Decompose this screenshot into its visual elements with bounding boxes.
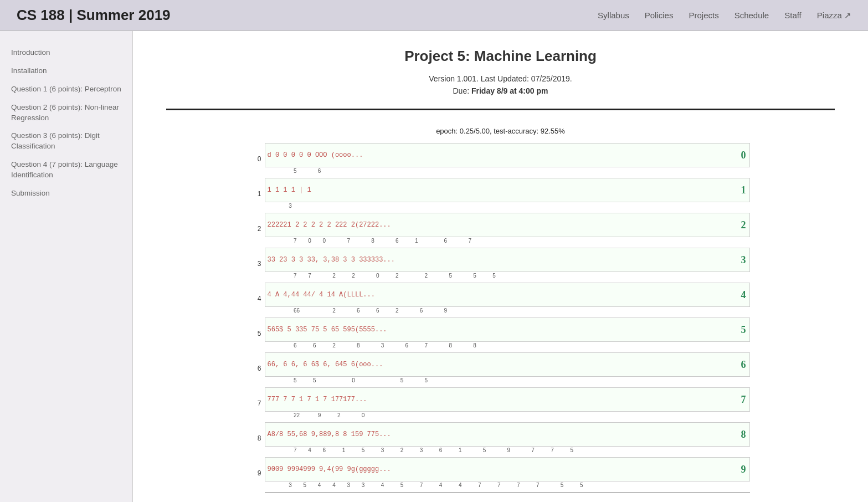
nav-link-schedule[interactable]: Schedule bbox=[735, 11, 769, 21]
digit-bar-text-2: 222221 2 2 2 2 2 222 2(27222... bbox=[265, 221, 749, 229]
digit-row-6: 666, 6 6, 6 6$ 6, 645 6(ooo...655055 bbox=[251, 352, 750, 385]
sub-label: 3 bbox=[289, 482, 292, 488]
digit-bar-6: 66, 6 6, 6 6$ 6, 645 6(ooo...6 bbox=[265, 352, 750, 377]
sub-labels-0: 56 bbox=[265, 168, 750, 176]
sub-label: 5 bbox=[304, 482, 307, 488]
digit-index-9: 9 bbox=[251, 469, 261, 477]
digit-index-4: 4 bbox=[251, 295, 261, 303]
digit-end-label-9: 9 bbox=[741, 463, 746, 475]
sub-label: 5 bbox=[561, 482, 564, 488]
digit-bar-3: 33 23 3 3 33, 3,38 3 3 333333...3 bbox=[265, 248, 750, 272]
sub-label: 7 bbox=[294, 447, 297, 453]
digit-end-label-4: 4 bbox=[741, 289, 746, 300]
digit-bar-text-3: 33 23 3 3 33, 3,38 3 3 333333... bbox=[265, 256, 749, 264]
digit-bar-wrapper-5: 565$ 5 335 75 5 65 595(5555...5662836788 bbox=[265, 317, 750, 350]
sub-label: 3 bbox=[381, 447, 384, 453]
sub-label: 2 bbox=[396, 273, 399, 279]
sidebar-item-q2[interactable]: Question 2 (6 points): Non-linear Regres… bbox=[11, 103, 121, 124]
sub-label: 2 bbox=[396, 308, 399, 314]
sub-label: 5 bbox=[449, 273, 452, 279]
sub-label: 7 bbox=[551, 447, 554, 453]
sub-label: 0 bbox=[308, 238, 311, 244]
sidebar-item-q1[interactable]: Question 1 (6 points): Perceptron bbox=[11, 84, 121, 95]
digit-bar-text-7: 777 7 7 1 7 1 7 177177... bbox=[265, 396, 749, 403]
digit-bar-text-0: d 0 0 0 0 0 OOO (oooo... bbox=[265, 151, 749, 159]
sub-labels-6: 55055 bbox=[265, 377, 750, 385]
sub-label: 8 bbox=[449, 342, 452, 349]
digit-end-label-7: 7 bbox=[741, 393, 746, 405]
page-header: CS 188 | Summer 2019 SyllabusPoliciesPro… bbox=[0, 0, 868, 31]
sub-label: 6 bbox=[376, 308, 379, 314]
sub-label: 6 bbox=[396, 238, 399, 244]
sub-label: 6 bbox=[318, 168, 321, 174]
chart-area: 0d 0 0 0 0 0 OOO (oooo...05611 1 1 1 | 1… bbox=[251, 143, 750, 502]
sub-label: 5 bbox=[473, 273, 476, 279]
digit-row-7: 7777 7 7 1 7 1 7 177177...722920 bbox=[251, 387, 750, 420]
digit-bar-text-5: 565$ 5 335 75 5 65 595(5555... bbox=[265, 326, 749, 334]
sub-labels-4: 66266269 bbox=[265, 308, 750, 315]
digit-index-8: 8 bbox=[251, 434, 261, 442]
digit-bar-5: 565$ 5 335 75 5 65 595(5555...5 bbox=[265, 317, 750, 342]
digit-index-1: 1 bbox=[251, 190, 261, 198]
digit-bar-wrapper-8: A8/8 55,68 9,889,8 8 159 775...874615323… bbox=[265, 422, 750, 455]
digit-end-label-2: 2 bbox=[741, 219, 746, 230]
sub-label: 5 bbox=[313, 377, 316, 383]
sidebar-item-q3[interactable]: Question 3 (6 points): Digit Classificat… bbox=[11, 131, 121, 152]
sub-label: 1 bbox=[459, 447, 462, 453]
nav-link-projects[interactable]: Projects bbox=[689, 11, 718, 21]
digit-index-6: 6 bbox=[251, 365, 261, 372]
digit-index-0: 0 bbox=[251, 155, 261, 163]
sidebar-item-q4[interactable]: Question 4 (7 points): Language Identifi… bbox=[11, 160, 121, 181]
sub-label: 4 bbox=[439, 482, 443, 488]
digit-bar-wrapper-2: 222221 2 2 2 2 2 222 2(27222...270078616… bbox=[265, 213, 750, 245]
sub-label: 7 bbox=[536, 482, 540, 488]
digit-bar-wrapper-9: 9009 9994999 9,4(99 9g(ggggg...935443345… bbox=[265, 457, 750, 490]
sidebar-item-intro[interactable]: Introduction bbox=[11, 48, 121, 58]
digit-bar-wrapper-7: 777 7 7 1 7 1 7 177177...722920 bbox=[265, 387, 750, 420]
sub-label: 5 bbox=[400, 377, 404, 383]
sub-label: 5 bbox=[294, 168, 297, 174]
sub-label: 66 bbox=[294, 308, 300, 314]
digit-row-2: 2222221 2 2 2 2 2 222 2(27222...27007861… bbox=[251, 213, 750, 245]
digit-bar-wrapper-0: d 0 0 0 0 0 OOO (oooo...056 bbox=[265, 143, 750, 176]
nav-link-policies[interactable]: Policies bbox=[645, 11, 674, 21]
digit-end-label-3: 3 bbox=[741, 254, 746, 265]
sub-label: 4 bbox=[459, 482, 462, 488]
digit-bar-wrapper-4: 4 A 4,44 44/ 4 14 A(LLLL...466266269 bbox=[265, 283, 750, 315]
sub-label: 2 bbox=[425, 273, 428, 279]
due-label: Due: bbox=[453, 86, 470, 95]
sub-label: 5 bbox=[492, 273, 496, 279]
digit-bar-wrapper-3: 33 23 3 3 33, 3,38 3 3 333333...37722022… bbox=[265, 248, 750, 280]
sidebar-item-submission[interactable]: Submission bbox=[11, 188, 121, 199]
digit-bar-text-6: 66, 6 6, 6 6$ 6, 645 6(ooo... bbox=[265, 361, 749, 368]
sub-labels-2: 700786167 bbox=[265, 238, 750, 245]
sub-label: 1 bbox=[415, 238, 418, 244]
sub-label: 2 bbox=[332, 308, 336, 314]
sub-label: 7 bbox=[531, 447, 535, 453]
epoch-label: epoch: 0.25/5.00, test-accuracy: 92.55% bbox=[251, 127, 750, 135]
sub-label: 7 bbox=[468, 238, 471, 244]
sub-labels-3: 7722022555 bbox=[265, 273, 750, 280]
sub-label: 8 bbox=[371, 238, 374, 244]
section-divider bbox=[166, 109, 835, 110]
digit-bar-1: 1 1 1 1 | 11 bbox=[265, 178, 750, 202]
sub-label: 4 bbox=[381, 482, 384, 488]
nav-link-syllabus[interactable]: Syllabus bbox=[598, 11, 629, 21]
sub-label: 3 bbox=[289, 203, 292, 209]
version-line: Version 1.001. Last Updated: 07/25/2019. bbox=[166, 73, 835, 85]
sub-label: 5 bbox=[425, 377, 428, 383]
nav-link-piazza[interactable]: Piazza ↗ bbox=[817, 11, 851, 21]
sub-label: 4 bbox=[308, 447, 311, 453]
sub-labels-5: 662836788 bbox=[265, 342, 750, 350]
sub-label: 3 bbox=[420, 447, 423, 453]
sub-labels-1: 3 bbox=[265, 203, 750, 211]
sub-labels-9: 35443345744777755 bbox=[265, 482, 750, 490]
digit-row-4: 44 A 4,44 44/ 4 14 A(LLLL...466266269 bbox=[251, 283, 750, 315]
sub-label: 6 bbox=[323, 447, 326, 453]
digit-index-7: 7 bbox=[251, 399, 261, 407]
digit-row-9: 99009 9994999 9,4(99 9g(ggggg...93544334… bbox=[251, 457, 750, 490]
nav-link-staff[interactable]: Staff bbox=[784, 11, 802, 21]
sidebar-item-install[interactable]: Installation bbox=[11, 66, 121, 76]
digit-bar-wrapper-6: 66, 6 6, 6 6$ 6, 645 6(ooo...655055 bbox=[265, 352, 750, 385]
sub-label: 5 bbox=[400, 482, 404, 488]
